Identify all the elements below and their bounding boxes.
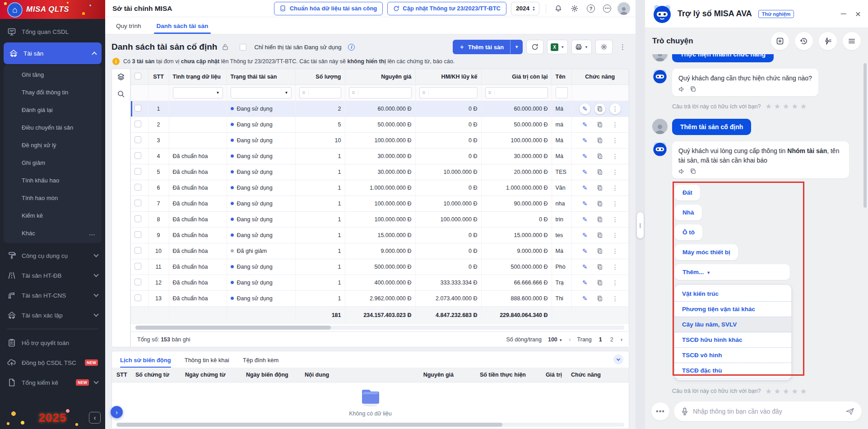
name-filter[interactable] <box>556 87 568 98</box>
notifications-icon[interactable] <box>552 3 564 14</box>
asset-group-chip[interactable]: Đất <box>675 185 700 201</box>
row-more-icon[interactable]: ⋮ <box>610 246 621 256</box>
select-all-checkbox[interactable] <box>135 73 141 79</box>
sidebar-item-sync-csdl[interactable]: Đồng bộ CSDL TSC NEW <box>0 353 105 373</box>
sidebar-collapse-button[interactable]: ‹ <box>89 412 101 424</box>
copy-icon[interactable] <box>594 214 605 225</box>
detail-horizontal-scrollbar[interactable] <box>116 423 624 427</box>
next-page-icon[interactable]: › <box>621 336 622 343</box>
more-groups-chip[interactable]: Thêm...▼ <box>675 264 790 280</box>
copy-icon[interactable] <box>594 119 605 130</box>
row-checkbox[interactable] <box>135 136 141 143</box>
row-checkbox[interactable] <box>135 294 141 301</box>
table-row[interactable]: 2 Đang sử dụng 5 50.000.000 Đ 0 Đ 50.000… <box>131 117 629 132</box>
dropdown-item[interactable]: TSCĐ đặc thù <box>675 363 791 378</box>
layers-icon[interactable] <box>117 73 125 81</box>
dropdown-item[interactable]: Phương tiện vận tải khác <box>675 302 791 317</box>
search-icon[interactable] <box>117 90 125 98</box>
edit-icon[interactable]: ✎ <box>580 198 590 209</box>
row-more-icon[interactable]: ⋮ <box>610 277 621 288</box>
menu-icon[interactable] <box>843 32 861 50</box>
update-circular-button[interactable]: Cập nhật Thông tư 23/2023/TT-BTC <box>387 2 506 15</box>
remaining-filter[interactable]: = <box>485 87 548 98</box>
row-more-icon[interactable]: ⋮ <box>610 214 621 225</box>
edit-icon[interactable]: ✎ <box>580 230 590 241</box>
copy-icon[interactable] <box>594 293 605 304</box>
row-checkbox[interactable] <box>135 168 141 175</box>
edit-icon[interactable]: ✎ <box>580 261 590 272</box>
asset-group-chip[interactable]: Máy móc thiết bị <box>675 244 738 260</box>
row-more-icon[interactable]: ⋮ <box>610 119 621 130</box>
row-more-icon[interactable]: ⋮ <box>610 182 621 193</box>
row-more-icon[interactable]: ⋮ <box>610 167 621 177</box>
year-selector[interactable]: 2024 ▲▼ <box>511 2 539 15</box>
spinner-arrows-icon[interactable]: ▲▼ <box>532 6 535 11</box>
submenu-item[interactable]: Ghi giảm <box>4 154 102 172</box>
equals-filter-icon[interactable]: = <box>300 90 309 95</box>
copy-icon[interactable] <box>594 230 605 241</box>
table-row[interactable]: 4 Đã chuẩn hóa Đang sử dụng 1 30.000.000… <box>131 148 629 164</box>
dropdown-item[interactable]: TSCĐ vô hình <box>675 348 791 363</box>
col-asset-status[interactable]: Trạng thái tài sản <box>227 69 295 84</box>
table-row[interactable]: 6 Đã chuẩn hóa Đang sử dụng 1 1.000.000.… <box>131 180 629 196</box>
input-more-icon[interactable]: ••• <box>651 402 669 420</box>
edit-icon[interactable]: ✎ <box>580 277 590 288</box>
info-icon[interactable]: i <box>348 44 355 51</box>
table-row[interactable]: 5 Đã chuẩn hóa Đang sử dụng 1 30.000.000… <box>131 164 629 180</box>
quick-actions-icon[interactable] <box>819 32 837 50</box>
col-stt[interactable]: STT <box>148 69 169 84</box>
table-row[interactable]: 7 Đã chuẩn hóa Đang sử dụng 1 100.000.00… <box>131 196 629 211</box>
copy-icon[interactable] <box>594 167 605 177</box>
copy-icon[interactable] <box>594 103 605 114</box>
col-name[interactable]: Tên <box>552 69 571 84</box>
row-more-icon[interactable]: ⋮ <box>610 198 621 209</box>
rating-stars[interactable]: ★★★★★ <box>765 387 809 396</box>
send-icon[interactable] <box>845 407 854 415</box>
submenu-item[interactable]: Đề nghị xử lý <box>4 136 102 154</box>
table-horizontal-scrollbar[interactable] <box>135 326 624 330</box>
table-settings-button[interactable] <box>595 40 613 54</box>
accum-filter[interactable]: = <box>419 87 478 98</box>
row-checkbox[interactable] <box>135 231 141 238</box>
row-checkbox[interactable] <box>135 152 141 159</box>
edit-icon[interactable]: ✎ <box>580 151 590 162</box>
rows-per-page-select[interactable]: 100 ▼ <box>548 336 562 343</box>
qty-filter[interactable]: = <box>299 87 341 98</box>
row-more-icon[interactable]: ⋮ <box>610 293 621 304</box>
row-checkbox[interactable] <box>135 279 141 285</box>
col-data-status[interactable]: Tình trạng dữ liệu <box>169 69 227 84</box>
sidebar-item-total-inventory[interactable]: Tổng kiểm kê NEW <box>0 373 105 392</box>
export-excel-button[interactable]: X▼ <box>547 40 568 54</box>
tab-history[interactable]: Lịch sử biến động <box>120 357 171 368</box>
tab-declaration[interactable]: Thông tin kê khai <box>185 357 229 368</box>
col-cost[interactable]: Nguyên giá <box>345 69 415 84</box>
rating-stars[interactable]: ★★★★★ <box>765 102 809 111</box>
dropdown-item[interactable]: TSCĐ hữu hình khác <box>675 332 791 348</box>
copy-icon[interactable] <box>594 277 605 288</box>
refresh-button[interactable] <box>526 40 543 54</box>
row-checkbox[interactable] <box>135 105 141 112</box>
submenu-item[interactable]: Ghi tăng <box>4 66 102 84</box>
col-qty[interactable]: Số lượng <box>295 69 345 84</box>
print-button[interactable]: ▼ <box>571 40 592 54</box>
speaker-icon[interactable] <box>678 86 685 93</box>
row-checkbox[interactable] <box>135 121 141 127</box>
page-2[interactable]: 2 <box>609 336 614 343</box>
row-checkbox[interactable] <box>135 184 141 191</box>
mic-icon[interactable] <box>681 407 688 415</box>
equals-filter-icon[interactable]: = <box>349 90 358 95</box>
copy-icon[interactable] <box>594 151 605 162</box>
row-more-icon[interactable]: ⋮ <box>610 151 621 162</box>
sidebar-item-ht-cns[interactable]: Tài sản HT-CNS <box>0 285 105 305</box>
tab-attachments[interactable]: Tệp đính kèm <box>243 357 279 368</box>
col-remaining[interactable]: Giá trị còn lại <box>481 69 552 84</box>
sidebar-item-asset-establish[interactable]: Tài sản xác lập <box>0 305 105 325</box>
sidebar-item-settlement-support[interactable]: Hỗ trợ quyết toán <box>0 333 105 353</box>
more-options-button[interactable]: ⋮ <box>616 40 629 54</box>
edit-icon[interactable]: ✎ <box>580 214 590 225</box>
tab-quy-trinh[interactable]: Quy trình <box>116 23 141 34</box>
standardize-data-button[interactable]: Chuẩn hóa dữ liệu tài sản công <box>274 2 383 15</box>
divider-drag-handle[interactable]: ∥ <box>637 212 644 238</box>
edit-icon[interactable]: ✎ <box>580 293 590 304</box>
copy-icon[interactable] <box>690 86 696 93</box>
